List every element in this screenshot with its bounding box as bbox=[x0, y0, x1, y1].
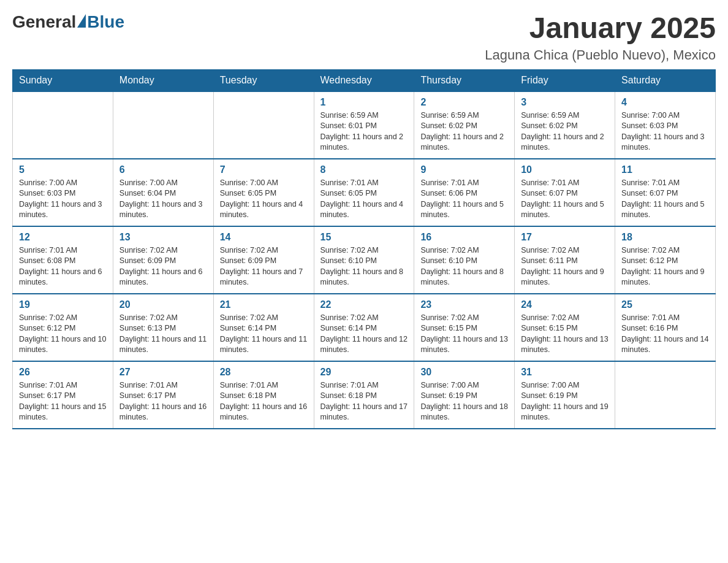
table-row: 28Sunrise: 7:01 AMSunset: 6:18 PMDayligh… bbox=[213, 361, 314, 429]
title-block: January 2025 Laguna Chica (Pueblo Nuevo)… bbox=[485, 12, 716, 63]
day-info: Sunrise: 7:02 AMSunset: 6:13 PMDaylight:… bbox=[119, 313, 207, 356]
day-number: 23 bbox=[420, 299, 508, 310]
col-friday: Friday bbox=[515, 69, 615, 91]
calendar-location: Laguna Chica (Pueblo Nuevo), Mexico bbox=[485, 47, 716, 63]
calendar-table: Sunday Monday Tuesday Wednesday Thursday… bbox=[12, 69, 716, 429]
table-row: 24Sunrise: 7:02 AMSunset: 6:15 PMDayligh… bbox=[515, 294, 615, 361]
calendar-week-row: 5Sunrise: 7:00 AMSunset: 6:03 PMDaylight… bbox=[13, 159, 716, 226]
day-number: 1 bbox=[320, 97, 408, 108]
day-info: Sunrise: 7:00 AMSunset: 6:03 PMDaylight:… bbox=[19, 178, 107, 221]
day-number: 7 bbox=[220, 164, 308, 175]
day-number: 17 bbox=[521, 232, 609, 243]
table-row: 12Sunrise: 7:01 AMSunset: 6:08 PMDayligh… bbox=[13, 226, 113, 294]
table-row bbox=[615, 361, 716, 429]
day-number: 21 bbox=[220, 299, 308, 310]
day-number: 3 bbox=[521, 97, 609, 108]
day-number: 10 bbox=[521, 164, 609, 175]
day-number: 6 bbox=[119, 164, 207, 175]
col-saturday: Saturday bbox=[615, 69, 716, 91]
day-info: Sunrise: 7:01 AMSunset: 6:16 PMDaylight:… bbox=[621, 313, 709, 356]
day-number: 18 bbox=[621, 232, 709, 243]
day-number: 5 bbox=[19, 164, 107, 175]
day-info: Sunrise: 7:00 AMSunset: 6:19 PMDaylight:… bbox=[521, 380, 609, 423]
table-row: 25Sunrise: 7:01 AMSunset: 6:16 PMDayligh… bbox=[615, 294, 716, 361]
table-row: 14Sunrise: 7:02 AMSunset: 6:09 PMDayligh… bbox=[213, 226, 314, 294]
day-info: Sunrise: 7:02 AMSunset: 6:10 PMDaylight:… bbox=[320, 245, 408, 288]
calendar-week-row: 1Sunrise: 6:59 AMSunset: 6:01 PMDaylight… bbox=[13, 91, 716, 159]
day-number: 13 bbox=[119, 232, 207, 243]
table-row: 15Sunrise: 7:02 AMSunset: 6:10 PMDayligh… bbox=[314, 226, 414, 294]
day-info: Sunrise: 7:02 AMSunset: 6:15 PMDaylight:… bbox=[420, 313, 508, 356]
table-row: 27Sunrise: 7:01 AMSunset: 6:17 PMDayligh… bbox=[113, 361, 213, 429]
day-number: 27 bbox=[119, 367, 207, 378]
table-row: 19Sunrise: 7:02 AMSunset: 6:12 PMDayligh… bbox=[13, 294, 113, 361]
logo-triangle-icon bbox=[77, 14, 86, 28]
day-info: Sunrise: 7:01 AMSunset: 6:07 PMDaylight:… bbox=[521, 178, 609, 221]
table-row: 11Sunrise: 7:01 AMSunset: 6:07 PMDayligh… bbox=[615, 159, 716, 226]
day-info: Sunrise: 6:59 AMSunset: 6:01 PMDaylight:… bbox=[320, 110, 408, 153]
day-number: 29 bbox=[320, 367, 408, 378]
table-row: 1Sunrise: 6:59 AMSunset: 6:01 PMDaylight… bbox=[314, 91, 414, 159]
day-info: Sunrise: 7:00 AMSunset: 6:03 PMDaylight:… bbox=[621, 110, 709, 153]
day-info: Sunrise: 7:02 AMSunset: 6:11 PMDaylight:… bbox=[521, 245, 609, 288]
day-info: Sunrise: 6:59 AMSunset: 6:02 PMDaylight:… bbox=[420, 110, 508, 153]
day-number: 26 bbox=[19, 367, 107, 378]
table-row bbox=[13, 91, 113, 159]
table-row: 16Sunrise: 7:02 AMSunset: 6:10 PMDayligh… bbox=[414, 226, 515, 294]
col-wednesday: Wednesday bbox=[314, 69, 414, 91]
table-row: 30Sunrise: 7:00 AMSunset: 6:19 PMDayligh… bbox=[414, 361, 515, 429]
day-number: 15 bbox=[320, 232, 408, 243]
col-thursday: Thursday bbox=[414, 69, 515, 91]
day-number: 11 bbox=[621, 164, 709, 175]
table-row: 21Sunrise: 7:02 AMSunset: 6:14 PMDayligh… bbox=[213, 294, 314, 361]
day-number: 2 bbox=[420, 97, 508, 108]
table-row: 31Sunrise: 7:00 AMSunset: 6:19 PMDayligh… bbox=[515, 361, 615, 429]
logo-blue-text: Blue bbox=[87, 12, 124, 32]
day-number: 20 bbox=[119, 299, 207, 310]
table-row: 13Sunrise: 7:02 AMSunset: 6:09 PMDayligh… bbox=[113, 226, 213, 294]
table-row: 22Sunrise: 7:02 AMSunset: 6:14 PMDayligh… bbox=[314, 294, 414, 361]
table-row: 18Sunrise: 7:02 AMSunset: 6:12 PMDayligh… bbox=[615, 226, 716, 294]
day-info: Sunrise: 7:02 AMSunset: 6:12 PMDaylight:… bbox=[19, 313, 107, 356]
table-row: 2Sunrise: 6:59 AMSunset: 6:02 PMDaylight… bbox=[414, 91, 515, 159]
table-row: 8Sunrise: 7:01 AMSunset: 6:05 PMDaylight… bbox=[314, 159, 414, 226]
col-sunday: Sunday bbox=[13, 69, 113, 91]
table-row: 4Sunrise: 7:00 AMSunset: 6:03 PMDaylight… bbox=[615, 91, 716, 159]
day-number: 28 bbox=[220, 367, 308, 378]
day-number: 8 bbox=[320, 164, 408, 175]
day-info: Sunrise: 7:01 AMSunset: 6:05 PMDaylight:… bbox=[320, 178, 408, 221]
day-info: Sunrise: 7:00 AMSunset: 6:19 PMDaylight:… bbox=[420, 380, 508, 423]
page-header: General Blue January 2025 Laguna Chica (… bbox=[12, 12, 716, 63]
day-info: Sunrise: 7:00 AMSunset: 6:04 PMDaylight:… bbox=[119, 178, 207, 221]
table-row: 26Sunrise: 7:01 AMSunset: 6:17 PMDayligh… bbox=[13, 361, 113, 429]
table-row bbox=[113, 91, 213, 159]
day-number: 22 bbox=[320, 299, 408, 310]
day-info: Sunrise: 6:59 AMSunset: 6:02 PMDaylight:… bbox=[521, 110, 609, 153]
table-row: 3Sunrise: 6:59 AMSunset: 6:02 PMDaylight… bbox=[515, 91, 615, 159]
calendar-week-row: 19Sunrise: 7:02 AMSunset: 6:12 PMDayligh… bbox=[13, 294, 716, 361]
table-row bbox=[213, 91, 314, 159]
day-number: 31 bbox=[521, 367, 609, 378]
day-info: Sunrise: 7:02 AMSunset: 6:09 PMDaylight:… bbox=[220, 245, 308, 288]
day-number: 4 bbox=[621, 97, 709, 108]
table-row: 23Sunrise: 7:02 AMSunset: 6:15 PMDayligh… bbox=[414, 294, 515, 361]
table-row: 6Sunrise: 7:00 AMSunset: 6:04 PMDaylight… bbox=[113, 159, 213, 226]
calendar-title: January 2025 bbox=[485, 12, 716, 45]
calendar-header-row: Sunday Monday Tuesday Wednesday Thursday… bbox=[13, 69, 716, 91]
col-tuesday: Tuesday bbox=[213, 69, 314, 91]
table-row: 5Sunrise: 7:00 AMSunset: 6:03 PMDaylight… bbox=[13, 159, 113, 226]
calendar-week-row: 12Sunrise: 7:01 AMSunset: 6:08 PMDayligh… bbox=[13, 226, 716, 294]
table-row: 20Sunrise: 7:02 AMSunset: 6:13 PMDayligh… bbox=[113, 294, 213, 361]
day-number: 19 bbox=[19, 299, 107, 310]
calendar-week-row: 26Sunrise: 7:01 AMSunset: 6:17 PMDayligh… bbox=[13, 361, 716, 429]
day-info: Sunrise: 7:02 AMSunset: 6:10 PMDaylight:… bbox=[420, 245, 508, 288]
day-info: Sunrise: 7:02 AMSunset: 6:15 PMDaylight:… bbox=[521, 313, 609, 356]
day-info: Sunrise: 7:01 AMSunset: 6:18 PMDaylight:… bbox=[320, 380, 408, 423]
col-monday: Monday bbox=[113, 69, 213, 91]
day-info: Sunrise: 7:00 AMSunset: 6:05 PMDaylight:… bbox=[220, 178, 308, 221]
day-number: 25 bbox=[621, 299, 709, 310]
day-number: 9 bbox=[420, 164, 508, 175]
table-row: 7Sunrise: 7:00 AMSunset: 6:05 PMDaylight… bbox=[213, 159, 314, 226]
table-row: 17Sunrise: 7:02 AMSunset: 6:11 PMDayligh… bbox=[515, 226, 615, 294]
day-info: Sunrise: 7:02 AMSunset: 6:14 PMDaylight:… bbox=[320, 313, 408, 356]
